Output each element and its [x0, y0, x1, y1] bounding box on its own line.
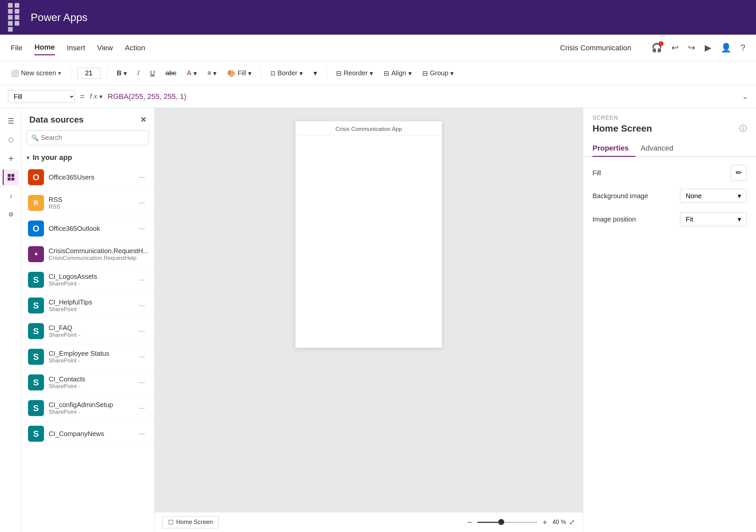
fill-edit-button[interactable]: ✏: [731, 165, 747, 181]
menu-view[interactable]: View: [97, 41, 113, 55]
item-more-button[interactable]: ···: [136, 377, 148, 388]
item-icon-crisis: ✦: [28, 246, 44, 262]
underline-button[interactable]: U: [148, 68, 158, 78]
canvas-area: Crisis Communication App ☐ Home Screen −…: [155, 108, 583, 532]
menu-insert[interactable]: Insert: [67, 41, 85, 55]
data-icon[interactable]: [3, 169, 19, 185]
item-more-button[interactable]: ···: [136, 172, 148, 183]
list-item[interactable]: O Office365Users ···: [21, 165, 154, 190]
font-size-input[interactable]: [77, 68, 101, 79]
dropdown-button[interactable]: ▾: [311, 68, 320, 79]
image-position-value: Fit: [686, 216, 693, 223]
item-more-button[interactable]: ···: [136, 351, 148, 362]
zoom-out-button[interactable]: −: [465, 517, 475, 528]
menu-icons: 🎧 1 ↩ ↪ ▶ 👤 ?: [651, 43, 745, 53]
media-icon[interactable]: ♪: [3, 188, 19, 204]
app-title: Power Apps: [31, 11, 88, 24]
waffle-icon[interactable]: [8, 3, 20, 32]
title-row: Home Screen ⓘ: [592, 123, 747, 134]
image-position-dropdown[interactable]: Fit ▾: [680, 212, 747, 226]
search-input[interactable]: [27, 130, 149, 145]
zoom-slider[interactable]: [477, 522, 537, 523]
group-icon: ⊟: [422, 69, 428, 77]
fx-button[interactable]: fx ▾: [90, 93, 103, 101]
list-item[interactable]: ✦ CrisisCommunication.RequestH... Crisis…: [21, 242, 154, 267]
strikethrough-button[interactable]: abc: [163, 68, 179, 78]
account-icon[interactable]: 👤: [721, 43, 731, 53]
formula-bar: Fill = fx ▾ RGBA(255, 255, 255, 1) ⌄: [0, 85, 756, 108]
redo-icon[interactable]: ↪: [688, 43, 695, 53]
new-screen-button[interactable]: ⬜ New screen ▾: [8, 68, 64, 79]
section-label: In your app: [33, 153, 72, 162]
help-icon[interactable]: ?: [741, 43, 745, 53]
bg-image-dropdown[interactable]: None ▾: [680, 189, 747, 203]
item-more-button[interactable]: ···: [136, 274, 148, 285]
align-button[interactable]: ≡▾: [205, 68, 219, 79]
section-in-your-app[interactable]: ▾ In your app: [21, 151, 154, 165]
zoom-slider-fill: [477, 522, 501, 523]
bold-button[interactable]: B▾: [114, 68, 130, 79]
border-button[interactable]: ⊡ Border ▾: [268, 68, 305, 79]
item-more-button[interactable]: ···: [153, 249, 154, 260]
list-item[interactable]: S CI_FAQ SharePoint - ···: [21, 318, 154, 344]
zoom-expand-button[interactable]: ⤢: [569, 518, 575, 527]
menu-home[interactable]: Home: [34, 40, 55, 55]
undo-icon[interactable]: ↩: [671, 43, 679, 53]
item-text: CI_LogosAssets SharePoint -: [49, 273, 132, 287]
fill-button[interactable]: 🎨 Fill ▾: [224, 68, 254, 79]
zoom-slider-thumb: [498, 519, 504, 525]
item-icon-sp5: S: [28, 374, 44, 390]
canvas-content[interactable]: [295, 136, 442, 348]
tab-properties[interactable]: Properties: [592, 141, 635, 157]
item-more-button[interactable]: ···: [136, 197, 148, 209]
list-item[interactable]: R RSS RSS ···: [21, 190, 154, 216]
list-item[interactable]: S CI_Employee Status SharePoint - ···: [21, 344, 154, 370]
help-circle-icon[interactable]: ⓘ: [739, 124, 747, 134]
item-more-button[interactable]: ···: [136, 325, 148, 337]
menu-action[interactable]: Action: [125, 41, 145, 55]
item-sub: SharePoint -: [49, 357, 132, 364]
screen-tab[interactable]: ☐ Home Screen: [163, 516, 218, 528]
notification-badge: 1: [659, 41, 663, 46]
controls-icon[interactable]: ⚙: [3, 207, 19, 223]
item-more-button[interactable]: ···: [136, 300, 148, 311]
layers-icon[interactable]: ⬡: [3, 132, 19, 148]
panel-close-button[interactable]: ✕: [140, 116, 146, 124]
item-sub: SharePoint: [49, 306, 132, 313]
item-more-button[interactable]: ···: [136, 223, 148, 234]
separator-1: [70, 67, 71, 79]
item-more-button[interactable]: ···: [136, 402, 148, 414]
list-item[interactable]: S CI_HelpfulTips SharePoint ···: [21, 293, 154, 318]
menu-file[interactable]: File: [11, 41, 22, 55]
list-item[interactable]: S CI_configAdminSetup SharePoint - ···: [21, 395, 154, 421]
add-icon[interactable]: +: [3, 151, 19, 167]
canvas-frame[interactable]: Crisis Communication App: [295, 121, 442, 348]
list-item[interactable]: S CI_LogosAssets SharePoint - ···: [21, 267, 154, 293]
formula-input[interactable]: RGBA(255, 255, 255, 1): [108, 92, 737, 101]
item-text: CI_FAQ SharePoint -: [49, 324, 132, 338]
tab-advanced[interactable]: Advanced: [641, 141, 680, 157]
item-icon-rss: R: [28, 195, 44, 211]
top-bar: Power Apps: [0, 0, 756, 35]
slash-button[interactable]: /: [135, 68, 142, 78]
align-toolbar-button[interactable]: ⊟ Align ▾: [381, 68, 414, 79]
play-icon[interactable]: ▶: [705, 43, 711, 53]
zoom-in-button[interactable]: +: [540, 517, 550, 528]
headset-icon[interactable]: 🎧 1: [651, 43, 662, 53]
list-item[interactable]: S CI_CompanyNews ···: [21, 421, 154, 447]
bg-image-row: Background image None ▾: [592, 189, 747, 203]
item-sub: SharePoint -: [49, 383, 132, 390]
property-select[interactable]: Fill: [8, 90, 75, 103]
hamburger-icon[interactable]: ☰: [3, 113, 19, 129]
fill-edit-icon: ✏: [736, 169, 742, 177]
expand-formula-icon[interactable]: ⌄: [742, 92, 748, 101]
item-more-button[interactable]: ···: [136, 428, 148, 439]
font-color-button[interactable]: A▾: [184, 68, 199, 79]
list-item[interactable]: O Office365Outlook ···: [21, 216, 154, 242]
list-item[interactable]: S CI_Contacts SharePoint - ···: [21, 370, 154, 395]
reorder-button[interactable]: ⊟ Reorder ▾: [333, 68, 376, 79]
group-button[interactable]: ⊟ Group ▾: [420, 68, 457, 79]
bg-image-label: Background image: [592, 192, 648, 200]
toolbar: ⬜ New screen ▾ B▾ / U abc A▾ ≡▾ 🎨 Fill ▾…: [0, 61, 756, 85]
item-name: Office365Outlook: [49, 225, 132, 233]
